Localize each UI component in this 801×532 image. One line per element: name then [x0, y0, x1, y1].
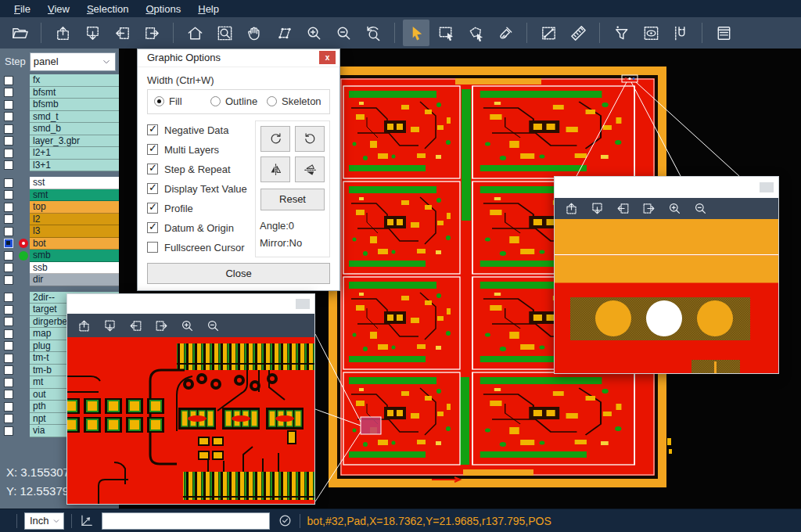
unit-select[interactable]: Inch	[24, 512, 64, 530]
option-checkbox[interactable]: Datum & Origin	[147, 218, 255, 238]
layer-visibility-checkbox[interactable]	[4, 203, 13, 212]
pan-down-button[interactable]	[587, 200, 607, 218]
layer-row[interactable]: layer_3.gbr	[0, 135, 119, 148]
measure-distance-button[interactable]	[535, 20, 562, 46]
menu-item[interactable]: Selection	[79, 2, 136, 16]
layer-row[interactable]: smd_t	[0, 111, 119, 124]
close-icon[interactable]: x	[319, 51, 336, 64]
option-checkbox[interactable]: Fullscreen Cursor	[147, 238, 255, 257]
layer-visibility-checkbox[interactable]	[4, 76, 13, 85]
open-button[interactable]	[6, 20, 33, 46]
zoom-out-button[interactable]	[203, 316, 223, 335]
layer-visibility-checkbox[interactable]	[4, 88, 13, 97]
pan-up-button[interactable]	[561, 200, 581, 218]
mirror-vertical-button[interactable]	[295, 156, 325, 182]
layer-row[interactable]: l3	[0, 225, 119, 238]
pan-left-button[interactable]	[109, 20, 135, 46]
pan-up-button[interactable]	[49, 20, 76, 46]
layer-visibility-checkbox[interactable]	[4, 378, 13, 387]
pan-down-button[interactable]	[79, 20, 106, 46]
option-checkbox[interactable]: Multi Layers	[147, 140, 255, 160]
layer-row[interactable]: dir	[0, 274, 119, 286]
select-button[interactable]	[403, 20, 429, 46]
layer-row[interactable]: bfsmt	[0, 87, 119, 99]
pan-down-button[interactable]	[99, 316, 120, 335]
zoom-in-button[interactable]	[177, 316, 197, 335]
view-area-button[interactable]	[271, 20, 297, 46]
rotate-cw-button[interactable]	[260, 126, 290, 152]
layer-visibility-checkbox[interactable]	[4, 354, 13, 363]
layer-row[interactable]: smb	[0, 250, 119, 262]
command-input[interactable]	[102, 512, 270, 530]
zoom-previous-button[interactable]	[360, 20, 386, 46]
zoom-in-button[interactable]	[300, 20, 327, 46]
layer-row[interactable]: bot	[0, 238, 119, 250]
layer-visibility-checkbox[interactable]	[4, 160, 13, 170]
layer-row[interactable]: smd_b	[0, 123, 119, 135]
layer-row[interactable]: l2	[0, 214, 119, 226]
layer-row[interactable]: fx	[0, 74, 119, 87]
layer-row[interactable]: ssb	[0, 262, 119, 275]
layer-visibility-checkbox[interactable]	[4, 329, 13, 339]
pan-left-button[interactable]	[125, 316, 145, 335]
clean-button[interactable]	[492, 20, 519, 46]
layer-visibility-checkbox[interactable]	[4, 275, 13, 285]
layer-visibility-checkbox[interactable]	[4, 414, 13, 423]
layer-visibility-checkbox[interactable]	[4, 341, 13, 350]
width-radio[interactable]: Skeleton	[267, 95, 323, 107]
zoom-home-button[interactable]	[181, 20, 208, 46]
layer-row[interactable]: bfsmb	[0, 99, 119, 111]
magnifier-menu-button[interactable]	[296, 299, 310, 309]
width-radio[interactable]: Outline	[210, 95, 267, 107]
layer-visibility-checkbox[interactable]	[4, 402, 13, 412]
layer-visibility-checkbox[interactable]	[4, 293, 13, 302]
inspect-button[interactable]	[638, 20, 664, 46]
pan-right-button[interactable]	[138, 20, 165, 46]
layer-visibility-checkbox[interactable]	[4, 178, 13, 188]
pan-right-button[interactable]	[638, 200, 659, 218]
reset-button[interactable]: Reset	[260, 189, 325, 210]
layer-visibility-checkbox[interactable]	[4, 214, 13, 224]
layer-visibility-checkbox[interactable]	[4, 390, 13, 399]
pan-up-button[interactable]	[74, 316, 94, 335]
zoom-window-button[interactable]	[211, 20, 238, 46]
layer-visibility-checkbox[interactable]	[4, 124, 13, 134]
apply-icon[interactable]	[278, 513, 293, 528]
layer-visibility-checkbox[interactable]	[4, 136, 13, 146]
angle-measure-icon[interactable]	[79, 513, 94, 528]
pan-hand-button[interactable]	[241, 20, 268, 46]
menu-item[interactable]: View	[40, 2, 77, 16]
option-checkbox[interactable]: Profile	[147, 199, 255, 218]
layer-visibility-checkbox[interactable]	[4, 227, 13, 236]
filter-button[interactable]	[608, 20, 634, 46]
layer-visibility-checkbox[interactable]	[4, 190, 13, 200]
zoom-in-button[interactable]	[664, 200, 684, 218]
close-button[interactable]: Close	[147, 263, 330, 284]
ruler-button[interactable]	[565, 20, 591, 46]
magnifier-view[interactable]	[67, 337, 314, 504]
layer-visibility-checkbox[interactable]	[4, 263, 13, 272]
magnifier-title-bar[interactable]	[555, 177, 778, 198]
layer-visibility-checkbox[interactable]	[4, 251, 13, 261]
option-checkbox[interactable]: Step & Repeat	[147, 160, 255, 179]
zoom-out-button[interactable]	[690, 200, 710, 218]
layer-visibility-checkbox[interactable]	[4, 149, 13, 158]
option-checkbox[interactable]: Negative Data	[147, 120, 255, 140]
layer-row[interactable]: top	[0, 201, 119, 214]
select-polygon-button[interactable]	[462, 20, 489, 46]
layer-visibility-checkbox[interactable]	[4, 305, 13, 315]
pan-right-button[interactable]	[151, 316, 171, 335]
pan-left-button[interactable]	[612, 200, 633, 218]
layer-visibility-checkbox[interactable]	[4, 365, 13, 375]
snap-button[interactable]	[667, 20, 694, 46]
layer-visibility-checkbox[interactable]	[4, 112, 13, 121]
layer-row[interactable]: sst	[0, 177, 119, 189]
rotate-ccw-button[interactable]	[295, 126, 325, 152]
option-checkbox[interactable]: Display Text Value	[147, 179, 255, 199]
layer-row[interactable]: smt	[0, 189, 119, 202]
dialog-title-bar[interactable]: Graphic Options x	[138, 49, 339, 67]
layer-table-button[interactable]	[710, 20, 737, 46]
magnifier-view[interactable]	[555, 219, 778, 373]
step-select[interactable]: panel	[30, 52, 116, 71]
layer-row[interactable]: l3+1	[0, 160, 119, 172]
